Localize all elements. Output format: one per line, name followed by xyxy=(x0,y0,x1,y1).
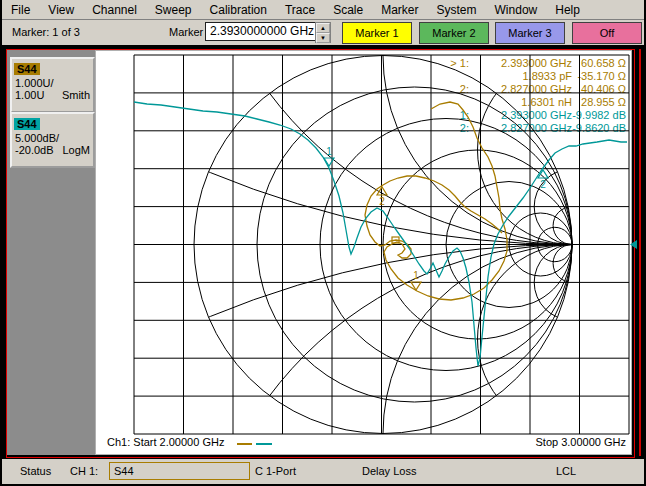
menu-item-file[interactable]: File xyxy=(2,3,39,17)
status-label: Status xyxy=(20,465,51,477)
marker-number-label: 1 xyxy=(413,270,419,281)
button-off[interactable]: Off xyxy=(572,22,642,44)
menu-bar: FileViewChannelSweepCalibrationTraceScal… xyxy=(2,0,644,20)
button-marker-2[interactable]: Marker 2 xyxy=(419,22,489,44)
channel-window: S44 1.000U/ 1.00U Smith S44 5.000dB/ -20… xyxy=(6,49,635,458)
trace1-ref: 1.00U xyxy=(15,89,44,101)
smith-chart-plot: > 1:2.393000 GHz60.658 Ω1.8933 pF-35.170… xyxy=(95,50,632,455)
stepper-down-icon[interactable]: ▼ xyxy=(316,33,330,43)
mode-status: Delay Loss xyxy=(362,465,416,477)
menu-item-view[interactable]: View xyxy=(39,3,83,17)
menu-item-sweep[interactable]: Sweep xyxy=(146,3,201,17)
trace-button-smith[interactable]: S44 1.000U/ 1.00U Smith xyxy=(10,57,95,113)
active-window-border-right xyxy=(639,49,641,456)
menu-item-channel[interactable]: Channel xyxy=(83,3,146,17)
reference-level-arrow-icon xyxy=(630,240,637,249)
menu-item-marker[interactable]: Marker xyxy=(372,3,427,17)
menu-item-trace[interactable]: Trace xyxy=(276,3,324,17)
chart-svg: 1212 xyxy=(95,50,632,455)
status-bar: Status CH 1: S44 C 1-Port Delay Loss LCL xyxy=(2,459,644,484)
menu-item-window[interactable]: Window xyxy=(486,3,547,17)
menu-item-scale[interactable]: Scale xyxy=(324,3,372,17)
marker-number-label: 2 xyxy=(379,196,385,207)
menu-item-calibration[interactable]: Calibration xyxy=(201,3,276,17)
menu-item-system[interactable]: System xyxy=(428,3,486,17)
network-analyzer-window: FileViewChannelSweepCalibrationTraceScal… xyxy=(0,0,646,486)
local-status: LCL xyxy=(556,465,576,477)
active-trace-box: S44 xyxy=(109,462,250,480)
trace1-scale: 1.000U/ xyxy=(15,77,54,89)
trace2-scale: 5.000dB/ xyxy=(15,132,59,144)
correction-status: C 1-Port xyxy=(255,465,296,477)
trace1-format: Smith xyxy=(62,89,90,101)
button-marker-1[interactable]: Marker 1 xyxy=(342,22,412,44)
smith-reactance-arcs xyxy=(0,0,646,486)
trace-button-logm[interactable]: S44 5.000dB/ -20.0dB LogM xyxy=(10,112,95,168)
marker-status-label: Marker: 1 of 3 xyxy=(12,26,80,38)
channel-label: CH 1: xyxy=(70,465,98,477)
menu-item-help[interactable]: Help xyxy=(546,3,589,17)
marker-number-label: 2 xyxy=(540,179,546,190)
marker-frequency-input[interactable]: 2.3930000000 GHz xyxy=(205,22,317,41)
marker-toolbar: Marker: 1 of 3 Marker 1 2.3930000000 GHz… xyxy=(2,20,644,46)
stepper-up-icon[interactable]: ▲ xyxy=(316,23,330,33)
marker-number-label: 1 xyxy=(326,146,332,157)
frequency-stepper[interactable]: ▲ ▼ xyxy=(315,22,331,43)
trace2-ref: -20.0dB xyxy=(15,144,54,156)
instrument-screen: S44 1.000U/ 1.00U Smith S44 5.000dB/ -20… xyxy=(0,45,646,459)
trace1-name-chip: S44 xyxy=(14,63,40,75)
trace2-format: LogM xyxy=(62,144,90,156)
trace-sidebar: S44 1.000U/ 1.00U Smith S44 5.000dB/ -20… xyxy=(7,50,95,455)
trace2-name-chip: S44 xyxy=(14,118,40,130)
button-marker-3[interactable]: Marker 3 xyxy=(495,22,565,44)
